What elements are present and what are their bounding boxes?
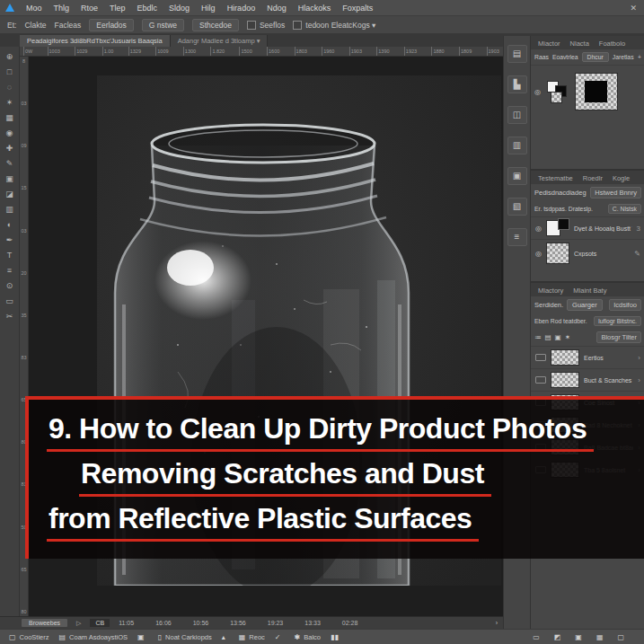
menu-item[interactable]: Hlackoks [298, 4, 331, 13]
timeline-badge[interactable]: CB [90, 619, 110, 627]
menu-item[interactable]: Ndog [267, 4, 287, 13]
panel-shortcut-icon[interactable]: ▙ [507, 75, 527, 93]
taskbar-item[interactable]: ▤ Coam AsdoaystiOS [59, 633, 128, 641]
panel-tab[interactable]: Testematbe [534, 172, 578, 184]
taskbar-item[interactable]: ✓ [275, 633, 285, 641]
layer-row[interactable]: Eertlos › [531, 346, 644, 368]
tool-icon[interactable]: ✶ [3, 96, 17, 109]
tool-icon[interactable]: ⊕ [3, 50, 17, 63]
panel-shortcut-icon[interactable]: ▣ [507, 167, 527, 185]
tool-icon[interactable]: ▥ [3, 203, 17, 216]
panel-tool-icon[interactable]: ▤ [545, 333, 551, 341]
options-button-1[interactable]: Eerlados [89, 19, 134, 31]
active-tool-icon[interactable]: Et: [7, 21, 16, 30]
menu-item[interactable]: Moo [26, 4, 42, 13]
panel-tool-icon[interactable]: ▣ [555, 333, 561, 341]
panel-tab[interactable]: Miactor [534, 38, 565, 49]
visibility-eye-icon[interactable]: ◎ [535, 250, 542, 258]
tool-icon[interactable]: ▣ [3, 172, 17, 185]
tray-icon[interactable]: ▢ [617, 633, 624, 641]
tray-icon[interactable]: ◩ [554, 633, 561, 641]
tool-icon[interactable]: ⊙ [3, 279, 17, 292]
taskbar-item[interactable]: ▦ Reoc [239, 633, 265, 641]
tool-icon[interactable]: ✒ [3, 234, 17, 246]
panel-shortcut-icon[interactable]: ▧ [507, 198, 527, 216]
layer-thumbnail[interactable] [551, 372, 579, 388]
taskbar-item[interactable]: ▮▮ [331, 633, 342, 641]
panel-shortcut-icon[interactable]: ▥ [507, 137, 527, 154]
tool-icon[interactable]: ≡ [3, 264, 17, 277]
row-button[interactable]: Guarger [567, 299, 603, 311]
tool-icon[interactable]: ◉ [3, 127, 17, 139]
options-button-3[interactable]: Sthcedoe [192, 19, 239, 31]
timeline-expand-icon[interactable]: › [496, 620, 498, 626]
tool-icon[interactable]: ▭ [3, 295, 17, 307]
taskbar-item[interactable]: ▢ CooStierz [9, 633, 49, 641]
tool-icon[interactable]: ✂ [3, 310, 17, 322]
panel-shortcut-icon[interactable]: ▤ [507, 45, 527, 63]
add-icon[interactable]: + [638, 54, 641, 60]
mask-chip[interactable] [558, 218, 569, 230]
taskbar-item[interactable]: ▯ Noat Carkiopds [158, 633, 212, 641]
menu-item[interactable]: Foxpalts [342, 4, 373, 13]
menu-item[interactable]: Hiradoo [227, 4, 256, 13]
panel-tool-icon[interactable]: ✶ [565, 333, 570, 341]
menu-item[interactable]: Sldog [169, 4, 190, 13]
panel-tab[interactable]: Mlactory [534, 285, 568, 296]
dropdown[interactable]: Icdsifoo [609, 299, 641, 311]
menu-item[interactable]: Hilg [201, 4, 216, 13]
chevron-right-icon[interactable]: › [638, 376, 640, 384]
dropdown[interactable]: Iuflogr Bitstnc. [594, 316, 641, 326]
menu-item[interactable]: Rtoe [81, 4, 98, 13]
options-checkbox-1[interactable]: Seeflos [247, 21, 285, 30]
panel-tab[interactable]: Foatbolo [595, 38, 630, 49]
panel-tool-icon[interactable]: ≔ [534, 333, 542, 341]
taskbar-item[interactable]: ▴ [222, 633, 229, 641]
layer-row[interactable]: ◎ Dyet & Hooalg Bustt Tool 3 [531, 216, 644, 239]
tool-icon[interactable]: ◐ [3, 218, 17, 231]
subtab-button[interactable]: Dhcur [582, 52, 609, 62]
chevron-right-icon[interactable]: › [638, 354, 640, 362]
tool-icon[interactable]: ▦ [3, 111, 17, 124]
options-button-2[interactable]: G nstwe [142, 19, 184, 31]
layer-row[interactable]: ◎ Cxpsots ✎ [531, 239, 644, 267]
layer-row[interactable]: Buct & Scanches Filter › [531, 368, 644, 391]
color-swatches[interactable] [547, 81, 569, 102]
menu-item[interactable]: Ebdlc [137, 4, 158, 13]
panel-tab[interactable]: Nlacta [566, 38, 594, 49]
panel-shortcut-icon[interactable]: ◫ [507, 106, 527, 124]
tray-icon[interactable]: ▣ [575, 633, 582, 641]
taskbar-item[interactable]: ✱ Balco [295, 633, 321, 641]
panel-shortcut-icon[interactable]: ≡ [507, 228, 527, 246]
tool-icon[interactable]: ✎ [3, 157, 17, 170]
panel-tab[interactable]: Roedlr [578, 172, 607, 184]
checkbox-icon[interactable] [293, 21, 302, 30]
layer-name[interactable]: Eertlos [584, 355, 633, 361]
tool-icon[interactable]: ◌ [3, 81, 17, 93]
checkbox-icon[interactable] [247, 21, 256, 30]
play-icon[interactable]: ▷ [76, 620, 81, 627]
menu-item[interactable]: Tlep [110, 4, 126, 13]
visibility-eye-icon[interactable]: ◎ [535, 225, 542, 233]
tray-icon[interactable]: ▦ [596, 633, 604, 641]
layer-toggle-icon[interactable] [535, 354, 546, 361]
subtab[interactable]: Jaretlas [613, 54, 634, 60]
visibility-eye-icon[interactable]: ◎ [534, 88, 541, 96]
dropdown[interactable]: Blosgr Tilter [596, 331, 641, 343]
options-checkbox-2[interactable]: tedoon EleatcKogs ▾ [293, 21, 375, 30]
subtab[interactable]: Raas [534, 54, 549, 60]
layer-thumbnail[interactable] [551, 349, 579, 366]
document-tab-inactive[interactable]: Adangr Madlee d 3tloamp ▾ [171, 35, 269, 47]
dropdown[interactable]: Hstwed Bnnry [590, 187, 641, 198]
subtab[interactable]: Eoavtrlea [552, 54, 578, 60]
layer-name[interactable]: Dyet & Hooalg Bustt Tool [574, 225, 632, 232]
app-logo-icon[interactable] [5, 4, 14, 12]
tool-icon[interactable]: □ [3, 66, 17, 78]
layer-toggle-icon[interactable] [535, 376, 546, 384]
close-icon[interactable]: ✕ [630, 4, 637, 13]
document-tab-active[interactable]: Peadaigifores 3di8bRdTbxc'Jusuaris Baaqs… [20, 35, 171, 47]
tray-icon[interactable]: ▭ [533, 633, 540, 641]
dropdown[interactable]: C. Nlstsk [608, 204, 641, 214]
panel-tab[interactable]: Mlaint Baty [569, 285, 611, 296]
layer-thumbnail[interactable] [546, 243, 569, 264]
